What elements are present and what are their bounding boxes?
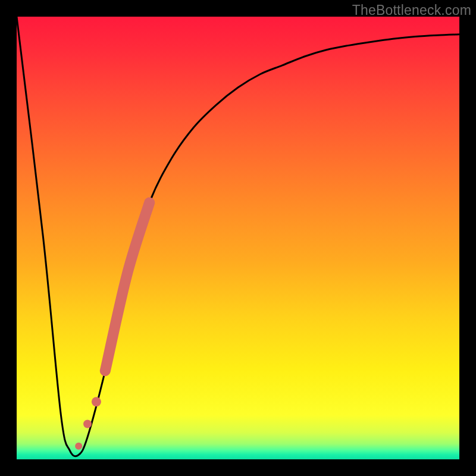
highlight-dot-1 xyxy=(92,397,101,406)
highlight-segment xyxy=(105,202,149,371)
chart-svg xyxy=(17,17,459,459)
watermark-text: TheBottleneck.com xyxy=(352,2,471,18)
plot-area xyxy=(17,17,459,459)
highlight-dot-2 xyxy=(83,419,92,428)
highlight-dot-3 xyxy=(75,443,82,450)
bottleneck-curve xyxy=(17,17,459,456)
chart-frame: TheBottleneck.com xyxy=(0,0,476,476)
